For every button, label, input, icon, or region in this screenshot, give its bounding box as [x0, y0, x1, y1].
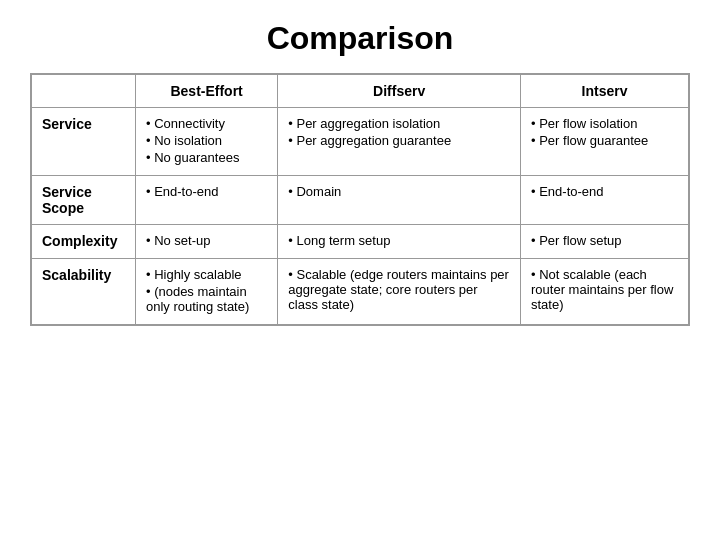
- list-item: Per flow isolation: [531, 116, 678, 131]
- list-item: Per aggregation isolation: [288, 116, 510, 131]
- list-item: Domain: [288, 184, 510, 199]
- list-item: Connectivity: [146, 116, 267, 131]
- list-item: Per flow setup: [531, 233, 678, 248]
- cell-bestEffort-1: End-to-end: [135, 176, 277, 225]
- list-item: Highly scalable: [146, 267, 267, 282]
- col-header-intserv: Intserv: [521, 74, 690, 108]
- page-title: Comparison: [267, 20, 454, 57]
- row-header-3: Scalability: [31, 259, 135, 326]
- row-header-2: Complexity: [31, 225, 135, 259]
- col-header-best-effort: Best-Effort: [135, 74, 277, 108]
- cell-intserv-0: Per flow isolationPer flow guarantee: [521, 108, 690, 176]
- row-header-1: Service Scope: [31, 176, 135, 225]
- cell-bestEffort-2: No set-up: [135, 225, 277, 259]
- cell-diffserv-1: Domain: [278, 176, 521, 225]
- cell-diffserv-3: Scalable (edge routers maintains per agg…: [278, 259, 521, 326]
- list-item: (nodes maintain only routing state): [146, 284, 267, 314]
- list-item: No guarantees: [146, 150, 267, 165]
- list-item: Not scalable (each router maintains per …: [531, 267, 678, 312]
- list-item: No isolation: [146, 133, 267, 148]
- cell-diffserv-2: Long term setup: [278, 225, 521, 259]
- list-item: End-to-end: [146, 184, 267, 199]
- list-item: Per aggregation guarantee: [288, 133, 510, 148]
- cell-bestEffort-3: Highly scalable(nodes maintain only rout…: [135, 259, 277, 326]
- row-header-0: Service: [31, 108, 135, 176]
- col-header-empty: [31, 74, 135, 108]
- comparison-table: Best-Effort Diffserv Intserv ServiceConn…: [30, 73, 690, 326]
- cell-intserv-2: Per flow setup: [521, 225, 690, 259]
- cell-diffserv-0: Per aggregation isolationPer aggregation…: [278, 108, 521, 176]
- cell-bestEffort-0: ConnectivityNo isolationNo guarantees: [135, 108, 277, 176]
- list-item: Per flow guarantee: [531, 133, 678, 148]
- list-item: No set-up: [146, 233, 267, 248]
- list-item: End-to-end: [531, 184, 678, 199]
- list-item: Long term setup: [288, 233, 510, 248]
- list-item: Scalable (edge routers maintains per agg…: [288, 267, 510, 312]
- col-header-diffserv: Diffserv: [278, 74, 521, 108]
- cell-intserv-1: End-to-end: [521, 176, 690, 225]
- cell-intserv-3: Not scalable (each router maintains per …: [521, 259, 690, 326]
